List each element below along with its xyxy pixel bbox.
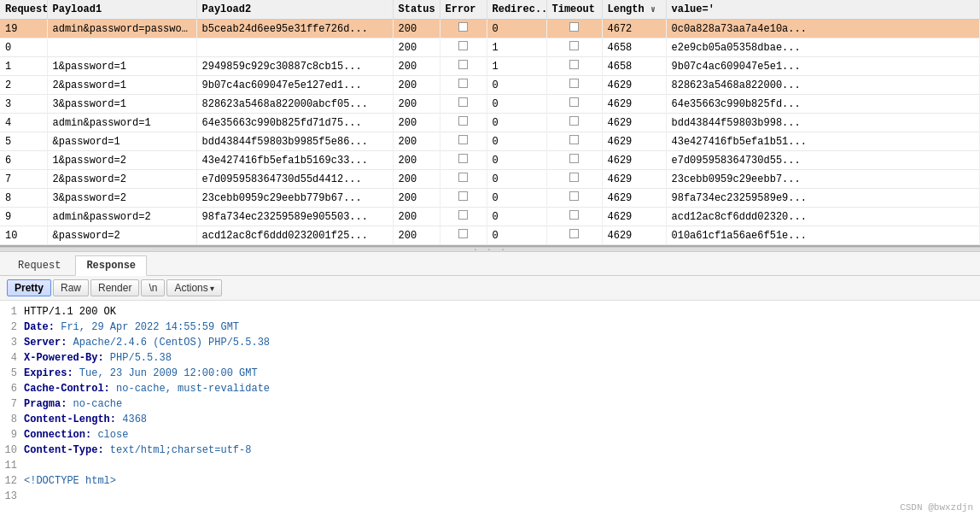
cell-status: 200 <box>393 170 440 189</box>
timeout-checkbox[interactable] <box>569 229 579 238</box>
table-row[interactable]: 4admin&password=164e35663c990b825fd71d75… <box>0 114 980 132</box>
render-button[interactable]: Render <box>90 279 139 296</box>
cell-error[interactable] <box>440 38 487 57</box>
error-checkbox[interactable] <box>458 154 468 163</box>
error-checkbox[interactable] <box>458 41 468 50</box>
col-header-error[interactable]: Error <box>440 0 487 20</box>
timeout-checkbox[interactable] <box>569 41 579 50</box>
error-checkbox[interactable] <box>458 191 468 201</box>
line-number: 10 <box>3 443 24 458</box>
cell-error[interactable] <box>440 114 487 132</box>
cell-timeout[interactable] <box>546 151 602 170</box>
cell-timeout[interactable] <box>546 170 602 189</box>
col-header-redirect[interactable]: Redirec... <box>487 0 546 20</box>
line-content: <!DOCTYPE html> <box>24 473 116 489</box>
table-row[interactable]: 11&password=12949859c929c30887c8cb15...2… <box>0 57 980 76</box>
cell-timeout[interactable] <box>546 38 602 57</box>
cell-timeout[interactable] <box>546 95 602 114</box>
cell-error[interactable] <box>440 170 487 189</box>
cell-timeout[interactable] <box>546 114 602 132</box>
timeout-checkbox[interactable] <box>569 97 579 107</box>
cell-length: 4629 <box>602 114 666 132</box>
code-line: 4X-Powered-By: PHP/5.5.38 <box>0 350 980 366</box>
timeout-checkbox[interactable] <box>569 210 579 220</box>
code-line: 1HTTP/1.1 200 OK <box>0 304 980 320</box>
col-header-status[interactable]: Status <box>393 0 440 20</box>
error-checkbox[interactable] <box>458 116 468 126</box>
error-checkbox[interactable] <box>458 22 468 32</box>
table-row[interactable]: 020014658e2e9cb05a05358dbae... <box>0 38 980 57</box>
cell-timeout[interactable] <box>546 132 602 151</box>
timeout-checkbox[interactable] <box>569 116 579 126</box>
table-body: 19admin&password=passwordb5ceab24d6ee95e… <box>0 20 980 245</box>
cell-error[interactable] <box>440 208 487 226</box>
results-table-section: Request Payload1 Payload2 Status Error R… <box>0 0 980 247</box>
col-header-length[interactable]: Length ∨ <box>602 0 666 20</box>
cell-error[interactable] <box>440 189 487 208</box>
cell-timeout[interactable] <box>546 76 602 95</box>
col-header-payload1[interactable]: Payload1 <box>47 0 196 20</box>
table-row[interactable]: 10&password=2acd12ac8cf6ddd0232001f25...… <box>0 226 980 245</box>
cell-status: 200 <box>393 189 440 208</box>
cell-error[interactable] <box>440 57 487 76</box>
timeout-checkbox[interactable] <box>569 173 579 182</box>
timeout-checkbox[interactable] <box>569 79 579 88</box>
cell-error[interactable] <box>440 20 487 38</box>
error-checkbox[interactable] <box>458 229 468 238</box>
error-checkbox[interactable] <box>458 79 468 88</box>
raw-button[interactable]: Raw <box>53 279 89 296</box>
col-header-timeout[interactable]: Timeout <box>546 0 602 20</box>
table-row[interactable]: 22&password=19b07c4ac609047e5e127ed1...2… <box>0 76 980 95</box>
cell-payload2: acd12ac8cf6ddd0232001f25... <box>196 226 393 245</box>
cell-value: 010a61cf1a56ae6f51e... <box>666 226 980 245</box>
cell-request: 7 <box>0 170 47 189</box>
table-row[interactable]: 33&password=1828623a5468a822000abcf05...… <box>0 95 980 114</box>
col-header-payload2[interactable]: Payload2 <box>196 0 393 20</box>
table-row[interactable]: 9admin&password=298fa734ec23259589e90550… <box>0 208 980 226</box>
cell-timeout[interactable] <box>546 57 602 76</box>
tab-response[interactable]: Response <box>75 255 147 276</box>
cell-timeout[interactable] <box>546 226 602 245</box>
col-header-value[interactable]: value=' <box>666 0 980 20</box>
cell-error[interactable] <box>440 95 487 114</box>
cell-timeout[interactable] <box>546 20 602 38</box>
timeout-checkbox[interactable] <box>569 60 579 69</box>
table-row[interactable]: 5&password=1bdd43844f59803b9985f5e86...2… <box>0 132 980 151</box>
header-key: Content-Type: <box>24 444 104 456</box>
table-row[interactable]: 83&password=223cebb0959c29eebb779b67...2… <box>0 189 980 208</box>
timeout-checkbox[interactable] <box>569 154 579 163</box>
newline-button[interactable]: \n <box>141 279 165 296</box>
cell-payload1: 3&password=2 <box>47 189 196 208</box>
cell-redirect: 1 <box>487 57 546 76</box>
line-number: 12 <box>3 473 24 489</box>
cell-payload2 <box>196 38 393 57</box>
cell-length: 4629 <box>602 76 666 95</box>
line-content: Content-Length: 4368 <box>24 412 147 427</box>
table-row[interactable]: 19admin&password=passwordb5ceab24d6ee95e… <box>0 20 980 38</box>
cell-value: acd12ac8cf6ddd02320... <box>666 208 980 226</box>
error-checkbox[interactable] <box>458 173 468 182</box>
cell-error[interactable] <box>440 76 487 95</box>
header-key: Content-Length: <box>24 413 116 425</box>
tab-request[interactable]: Request <box>7 255 72 275</box>
timeout-checkbox[interactable] <box>569 191 579 201</box>
table-row[interactable]: 61&password=243e427416fb5efa1b5169c33...… <box>0 151 980 170</box>
error-checkbox[interactable] <box>458 60 468 69</box>
cell-error[interactable] <box>440 226 487 245</box>
table-row[interactable]: 72&password=2e7d095958364730d55d4412...2… <box>0 170 980 189</box>
cell-error[interactable] <box>440 151 487 170</box>
col-header-request[interactable]: Request <box>0 0 47 20</box>
timeout-checkbox[interactable] <box>569 22 579 32</box>
header-key: X-Powered-By: <box>24 352 104 364</box>
error-checkbox[interactable] <box>458 135 468 144</box>
cell-payload1: 2&password=2 <box>47 170 196 189</box>
pretty-button[interactable]: Pretty <box>7 279 51 296</box>
cell-timeout[interactable] <box>546 189 602 208</box>
error-checkbox[interactable] <box>458 210 468 220</box>
actions-button[interactable]: Actions ▾ <box>166 279 221 296</box>
cell-error[interactable] <box>440 132 487 151</box>
cell-payload2: 64e35663c990b825fd71d75... <box>196 114 393 132</box>
timeout-checkbox[interactable] <box>569 135 579 144</box>
cell-timeout[interactable] <box>546 208 602 226</box>
error-checkbox[interactable] <box>458 97 468 107</box>
